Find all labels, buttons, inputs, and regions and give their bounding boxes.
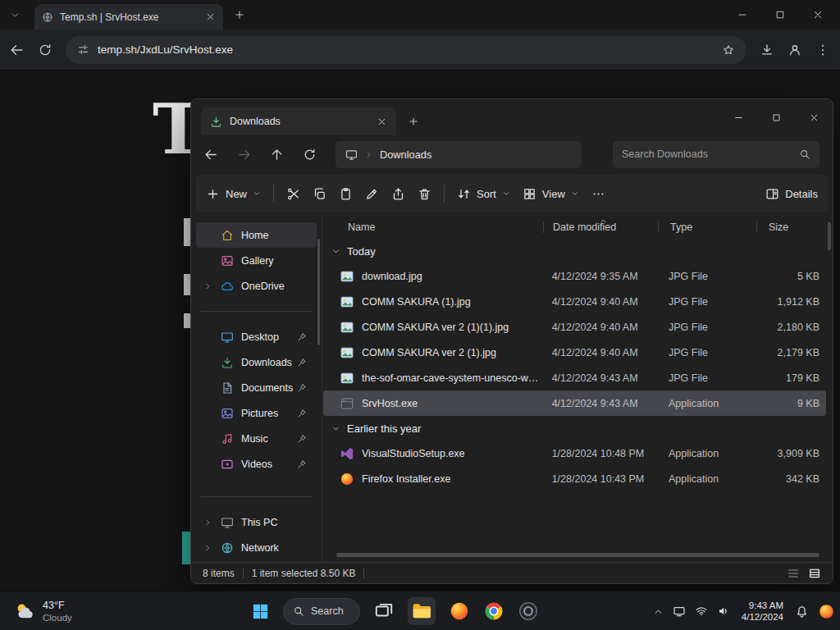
browser-maximize-button[interactable] [761,0,799,30]
status-selection: 1 item selected 8.50 KB [252,568,356,579]
nav-back-button[interactable] [204,148,218,162]
group-collapse-chevron-icon[interactable] [331,247,340,256]
profile-icon[interactable] [788,43,802,57]
task-view-button[interactable] [373,600,395,622]
image-file-icon [340,320,354,335]
new-tab-button[interactable] [234,9,245,21]
search-label: Search [311,605,344,617]
address-breadcrumb[interactable]: Downloads [336,141,582,168]
sidebar-item-pictures[interactable]: Pictures [196,400,317,426]
network-tray-icon[interactable] [695,605,708,618]
column-header-size[interactable]: Size [756,216,829,239]
file-row-srvhost-exe[interactable]: SrvHost.exe4/12/2024 9:43 AMApplication9… [323,390,826,416]
column-header-name[interactable]: Name [323,216,543,239]
this-pc-icon [345,148,358,161]
explorer-sidebar: HomeGalleryOneDriveDesktopDownloadsDocum… [191,214,322,562]
sidebar-item-gallery[interactable]: Gallery [196,248,317,273]
site-settings-icon[interactable] [77,43,89,56]
group-header-earlier-this-year[interactable]: Earlier this year [323,416,833,441]
volume-tray-icon[interactable] [717,605,730,618]
sidebar-item-onedrive[interactable]: OneDrive [196,273,317,299]
explorer-search-box[interactable] [613,141,819,168]
network-icon [221,541,234,555]
details-view-toggle[interactable] [808,567,821,580]
taskbar-clock[interactable]: 9:43 AM 4/12/2024 [739,600,786,623]
nav-refresh-button[interactable] [303,148,317,162]
sidebar-item-documents[interactable]: Documents [196,375,317,400]
explorer-close-button[interactable] [795,99,833,135]
explorer-search-input[interactable] [622,148,792,160]
sort-button[interactable]: Sort [457,187,510,201]
cut-button[interactable] [286,187,300,201]
share-button[interactable] [391,187,405,201]
camera-app-taskbar-icon[interactable] [518,600,539,622]
downloads-browser-icon[interactable] [760,43,774,57]
plus-icon [206,187,220,201]
explorer-titlebar[interactable]: Downloads [191,99,833,135]
tray-orange-app-icon[interactable] [818,603,835,620]
browser-minimize-button[interactable] [724,0,761,30]
group-header-today[interactable]: Today [323,239,833,263]
explorer-minimize-button[interactable] [719,99,757,135]
sidebar-item-music[interactable]: Music [196,426,317,451]
column-header-type[interactable]: Type [658,216,756,239]
tab-close-icon[interactable] [205,11,216,22]
file-row-download-jpg[interactable]: download.jpg4/12/2024 9:35 AMJPG File5 K… [323,263,826,289]
file-row-firefox-installer-exe[interactable]: Firefox Installer.exe1/28/2024 10:43 PMA… [323,466,826,491]
sidebar-item-home[interactable]: Home [196,222,317,248]
tab-list-chevron-icon[interactable] [10,10,21,21]
expand-chevron-icon[interactable] [203,544,212,552]
browser-refresh-button[interactable] [38,43,52,57]
file-row-visualstudiosetup-exe[interactable]: VisualStudioSetup.exe1/28/2024 10:48 PMA… [323,441,826,466]
file-row-comm-sakura-ver-2-1-jpg[interactable]: COMM SAKURA ver 2 (1).jpg4/12/2024 9:40 … [323,340,826,365]
browser-tab[interactable]: Temp.sh | SrvHost.exe [34,4,223,30]
sidebar-item-desktop[interactable]: Desktop [196,324,317,349]
explorer-tab-downloads[interactable]: Downloads [201,107,396,135]
notifications-bell-icon[interactable] [795,605,809,619]
browser-back-button[interactable] [10,43,25,57]
expand-chevron-icon[interactable] [203,282,212,290]
chrome-taskbar-icon[interactable] [483,600,504,622]
nav-forward-button[interactable] [237,148,251,162]
bookmark-star-icon[interactable] [722,43,735,57]
firefox-taskbar-icon[interactable] [449,600,470,622]
explorer-tab-close-icon[interactable] [377,116,387,127]
copy-button[interactable] [313,187,326,201]
file-explorer-taskbar-icon[interactable] [408,597,436,625]
sidebar-item-network[interactable]: Network [196,535,317,560]
explorer-command-bar: New Sort View Details [196,175,828,212]
new-button[interactable]: New [206,187,261,201]
browser-close-button[interactable] [799,0,837,30]
hidden-icons-chevron[interactable] [653,606,664,617]
explorer-maximize-button[interactable] [757,99,795,135]
sidebar-item-this-pc[interactable]: This PC [196,509,317,535]
expand-chevron-icon[interactable] [203,518,212,527]
sidebar-item-videos[interactable]: Videos [196,451,317,477]
details-pane-button[interactable]: Details [765,187,818,201]
taskbar-weather-widget[interactable]: 43°F Cloudy [8,591,77,630]
group-collapse-chevron-icon[interactable] [331,424,340,433]
file-row-the-sof-omar-cave-system-unesco-worl[interactable]: the-sof-omar-cave-system-unesco-worl...4… [323,365,826,390]
file-row-comm-sakura-1-jpg[interactable]: COMM SAKURA (1).jpg4/12/2024 9:40 AMJPG … [323,289,826,314]
taskbar-search[interactable]: Search [283,598,360,625]
clock-time: 9:43 AM [742,600,783,611]
view-button[interactable]: View [523,187,579,201]
paste-button[interactable] [339,187,353,201]
explorer-new-tab-button[interactable] [408,116,419,127]
column-header-date-modified[interactable]: Date modified [543,216,658,239]
browser-menu-icon[interactable] [815,43,830,57]
start-button[interactable] [251,602,270,621]
rename-button[interactable] [365,187,379,201]
nav-up-button[interactable] [270,148,284,162]
display-tray-icon[interactable] [673,605,686,618]
sidebar-scrollbar[interactable] [317,239,320,345]
sidebar-item-downloads[interactable]: Downloads [196,349,317,375]
close-icon [809,112,819,123]
file-row-comm-sakura-ver-2-1-1-jpg[interactable]: COMM SAKURA ver 2 (1)(1).jpg4/12/2024 9:… [323,314,826,340]
vertical-scrollbar[interactable] [828,222,831,250]
address-bar[interactable]: temp.sh/JxdLu/SrvHost.exe [66,36,746,64]
list-view-toggle[interactable] [787,567,800,580]
horizontal-scrollbar[interactable] [336,553,819,557]
delete-button[interactable] [418,187,431,201]
more-options-button[interactable] [591,187,605,201]
